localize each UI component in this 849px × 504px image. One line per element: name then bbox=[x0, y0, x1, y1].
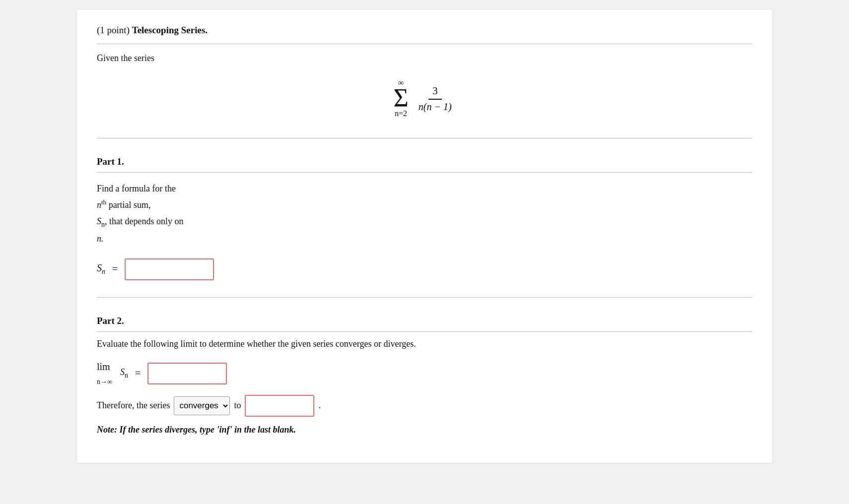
lim-s-letter: S bbox=[120, 367, 125, 377]
divider-between-parts bbox=[97, 297, 752, 298]
fraction-numerator: 3 bbox=[428, 84, 442, 100]
series-fraction: 3 n(n − 1) bbox=[415, 84, 456, 113]
depends-text: , that depends only on bbox=[105, 216, 183, 226]
sn-n-desc: n bbox=[101, 220, 105, 228]
to-label: to bbox=[234, 400, 241, 411]
divider-part1 bbox=[97, 172, 752, 173]
converges-diverges-select[interactable]: converges diverges bbox=[174, 396, 230, 415]
part1-header: Part 1. bbox=[97, 156, 752, 167]
sigma-notation: ∞ Σ n=2 bbox=[393, 78, 408, 118]
points-label: (1 point) bbox=[97, 25, 130, 35]
period-mark: . bbox=[318, 400, 321, 411]
limit-input-row: lim n→∞ Sn = bbox=[97, 361, 752, 386]
lim-text: lim bbox=[97, 361, 110, 372]
part1-section: Part 1. Find a formula for the nth parti… bbox=[97, 143, 752, 292]
sn-s-desc: S bbox=[97, 216, 101, 226]
n-italic: nth partial sum, bbox=[97, 200, 151, 210]
sn-desc: Sn, that depends only on bbox=[97, 216, 183, 226]
given-label: Given the series bbox=[97, 53, 752, 63]
sigma-symbol: Σ bbox=[393, 85, 408, 111]
part1-instruction: Find a formula for the nth partial sum, … bbox=[97, 181, 752, 247]
sn-s-label: S bbox=[97, 262, 102, 273]
main-card: (1 point) Telescoping Series. Given the … bbox=[77, 10, 772, 463]
sn-math-label: Sn bbox=[97, 262, 105, 276]
converges-to-input[interactable] bbox=[245, 395, 314, 417]
divider-part2 bbox=[97, 331, 752, 332]
fraction-denominator: n(n − 1) bbox=[415, 100, 456, 113]
lim-label: lim n→∞ bbox=[97, 361, 112, 386]
n-letter: n bbox=[97, 200, 101, 210]
part1-answer-input[interactable] bbox=[125, 258, 214, 280]
part2-section: Part 2. Evaluate the following limit to … bbox=[97, 303, 752, 438]
sn-n-label: n bbox=[102, 268, 105, 275]
part2-instruction: Evaluate the following limit to determin… bbox=[97, 337, 752, 351]
therefore-text: Therefore, the series bbox=[97, 400, 170, 411]
part2-header: Part 2. bbox=[97, 315, 752, 326]
instruction-find: Find a formula for the bbox=[97, 184, 176, 193]
sigma-lower-limit: n=2 bbox=[395, 109, 407, 118]
part2-equals: = bbox=[135, 368, 141, 379]
therefore-row: Therefore, the series converges diverges… bbox=[97, 395, 752, 417]
lim-subscript: n→∞ bbox=[97, 378, 112, 385]
divider-top bbox=[97, 44, 752, 44]
part1-equals: = bbox=[112, 263, 118, 275]
title-row: (1 point) Telescoping Series. bbox=[97, 25, 752, 36]
lim-sn-label: Sn bbox=[120, 367, 128, 379]
divider-after-formula bbox=[97, 138, 752, 138]
series-formula: ∞ Σ n=2 3 n(n − 1) bbox=[97, 68, 752, 133]
lim-n-letter: n bbox=[125, 372, 128, 379]
n-only-label: n. bbox=[97, 234, 104, 244]
limit-answer-input[interactable] bbox=[147, 363, 227, 384]
part1-input-row: Sn = bbox=[97, 258, 752, 280]
th-superscript: th bbox=[101, 198, 106, 206]
partial-sum-text: partial sum, bbox=[106, 200, 150, 210]
note-text: Note: If the series diverges, type 'inf'… bbox=[97, 425, 752, 435]
topic-label: Telescoping Series. bbox=[132, 25, 208, 35]
